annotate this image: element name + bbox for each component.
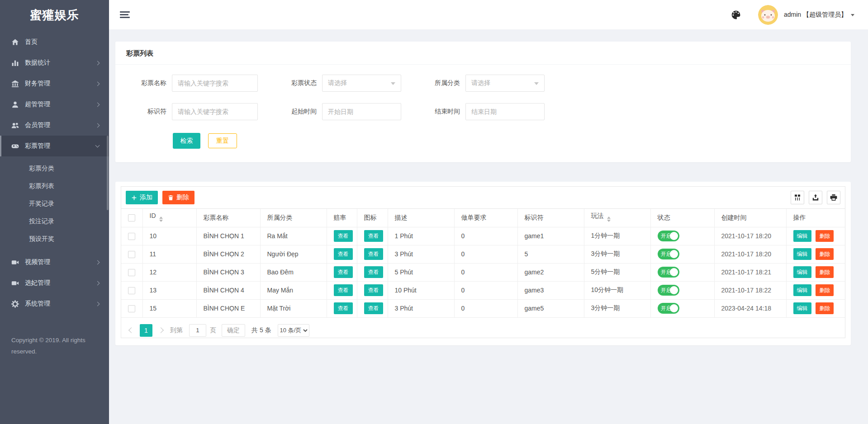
sidebar-item-label: 数据统计: [25, 59, 96, 67]
sidebar-item-draw-records[interactable]: 开奖记录: [0, 195, 109, 212]
table-row[interactable]: 13 BÌNH CHỌN 4 May Mắn 查看 查看 10 Phút 0 g…: [121, 281, 845, 299]
next-page-icon[interactable]: [158, 327, 164, 333]
goto-page-input[interactable]: [189, 324, 206, 337]
delete-button[interactable]: 删除: [816, 284, 834, 296]
sidebar-scrollbar[interactable]: [107, 136, 109, 210]
column-desc: 描述: [388, 209, 454, 227]
sidebar-item-statistics[interactable]: 数据统计: [0, 52, 109, 73]
view-odds-button[interactable]: 查看: [334, 248, 353, 260]
avatar[interactable]: [758, 5, 778, 25]
cell-icon: 查看: [357, 263, 388, 281]
cell-icon: 查看: [357, 281, 388, 299]
view-icon-button[interactable]: 查看: [364, 266, 383, 278]
view-icon-button[interactable]: 查看: [364, 248, 383, 260]
table-row[interactable]: 12 BÌNH CHỌN 3 Bao Đêm 查看 查看 5 Phút 0 ga…: [121, 263, 845, 281]
view-odds-button[interactable]: 查看: [334, 284, 353, 296]
sort-icon[interactable]: [607, 215, 611, 224]
sidebar-item-concubine[interactable]: 选妃管理: [0, 273, 109, 293]
column-play[interactable]: 玩法: [584, 209, 650, 227]
delete-button[interactable]: 删除: [816, 248, 834, 260]
row-checkbox[interactable]: [128, 287, 135, 294]
view-odds-button[interactable]: 查看: [334, 230, 353, 242]
cell-requirement: 0: [454, 299, 517, 317]
sort-icon[interactable]: [159, 215, 163, 224]
confirm-page-button[interactable]: 确定: [222, 324, 245, 337]
row-checkbox[interactable]: [128, 233, 135, 240]
lottery-name-input[interactable]: [172, 75, 258, 92]
add-button[interactable]: 添加: [126, 191, 158, 204]
sidebar-item-lottery-category[interactable]: 彩票分类: [0, 160, 109, 177]
delete-button[interactable]: 删除: [816, 302, 834, 314]
cell-requirement: 0: [454, 245, 517, 263]
row-checkbox[interactable]: [128, 305, 135, 312]
sidebar-item-system[interactable]: 系统管理: [0, 293, 109, 314]
sidebar-item-label: 系统管理: [25, 300, 96, 308]
sidebar-item-lottery[interactable]: 彩票管理: [0, 136, 109, 156]
edit-button[interactable]: 编辑: [793, 248, 811, 260]
sidebar-item-finance[interactable]: 财务管理: [0, 73, 109, 94]
status-toggle[interactable]: 开启: [658, 231, 679, 241]
edit-button[interactable]: 编辑: [793, 266, 811, 278]
status-toggle[interactable]: 开启: [658, 303, 679, 314]
cell-play: 3分钟一期: [584, 299, 650, 317]
prev-page-icon[interactable]: [128, 327, 134, 333]
search-button[interactable]: 检索: [173, 133, 200, 149]
page-title: 彩票列表: [115, 42, 851, 65]
table-row[interactable]: 10 BÌNH CHỌN 1 Ra Mắt 查看 查看 1 Phút 0 gam…: [121, 227, 845, 245]
row-checkbox[interactable]: [128, 251, 135, 258]
sidebar-item-admins[interactable]: 超管管理: [0, 94, 109, 115]
view-odds-button[interactable]: 查看: [334, 266, 353, 278]
video-camera-icon: [11, 259, 19, 266]
row-checkbox[interactable]: [128, 269, 135, 276]
sidebar-item-label: 会员管理: [25, 121, 96, 129]
sidebar-item-members[interactable]: 会员管理: [0, 115, 109, 136]
cell-icon: 查看: [357, 245, 388, 263]
end-date-input[interactable]: [465, 103, 545, 120]
theme-palette-icon[interactable]: [731, 10, 741, 20]
view-odds-button[interactable]: 查看: [334, 302, 353, 314]
delete-button[interactable]: 删除: [816, 266, 834, 278]
sidebar-item-label: 选妃管理: [25, 279, 96, 287]
gamepad-icon: [11, 142, 19, 150]
status-toggle[interactable]: 开启: [658, 267, 679, 278]
identifier-input[interactable]: [172, 103, 258, 120]
menu-toggle-icon[interactable]: [120, 10, 130, 19]
sidebar-item-home[interactable]: 首页: [0, 32, 109, 52]
sidebar-item-bet-records[interactable]: 投注记录: [0, 212, 109, 230]
page-number-active[interactable]: 1: [140, 324, 152, 337]
bar-chart-icon: [11, 59, 19, 67]
delete-selected-button[interactable]: 删除: [162, 191, 194, 204]
column-identifier: 标识符: [517, 209, 584, 227]
page-size-select[interactable]: 10 条/页: [278, 324, 309, 337]
filter-columns-button[interactable]: [791, 191, 804, 204]
print-button[interactable]: [827, 191, 840, 204]
view-icon-button[interactable]: 查看: [364, 230, 383, 242]
cell-odds: 查看: [327, 281, 357, 299]
column-id[interactable]: ID: [142, 209, 196, 227]
delete-button[interactable]: 删除: [816, 230, 834, 242]
chevron-right-icon: [95, 123, 100, 127]
edit-button[interactable]: 编辑: [793, 230, 811, 242]
sidebar-item-label: 视频管理: [25, 258, 96, 266]
export-button[interactable]: [809, 191, 822, 204]
cell-actions: 编辑 删除: [786, 227, 845, 245]
sidebar: 蜜獾娱乐 首页 数据统计 财务管理 超管管理 会员管理 彩票管理: [0, 0, 109, 424]
reset-button[interactable]: 重置: [208, 133, 237, 148]
status-toggle[interactable]: 开启: [658, 285, 679, 296]
status-toggle[interactable]: 开启: [658, 249, 679, 259]
table-row[interactable]: 15 BÌNH CHỌN E Mặt Trời 查看 查看 3 Phút 0 g…: [121, 299, 845, 317]
category-select[interactable]: 请选择: [465, 75, 545, 92]
user-menu[interactable]: admin 【超级管理员】: [784, 11, 854, 19]
sidebar-item-lottery-list[interactable]: 彩票列表: [0, 177, 109, 195]
view-icon-button[interactable]: 查看: [364, 284, 383, 296]
edit-button[interactable]: 编辑: [793, 284, 811, 296]
table-row[interactable]: 11 BÌNH CHỌN 2 Người Đẹp 查看 查看 3 Phút 0 …: [121, 245, 845, 263]
start-date-input[interactable]: [322, 103, 401, 120]
view-icon-button[interactable]: 查看: [364, 302, 383, 314]
sidebar-item-preset-draw[interactable]: 预设开奖: [0, 230, 109, 248]
app-logo: 蜜獾娱乐: [0, 0, 109, 30]
edit-button[interactable]: 编辑: [793, 302, 811, 314]
select-all-checkbox[interactable]: [128, 214, 135, 221]
sidebar-item-video[interactable]: 视频管理: [0, 252, 109, 273]
lottery-status-select[interactable]: 请选择: [322, 75, 401, 92]
